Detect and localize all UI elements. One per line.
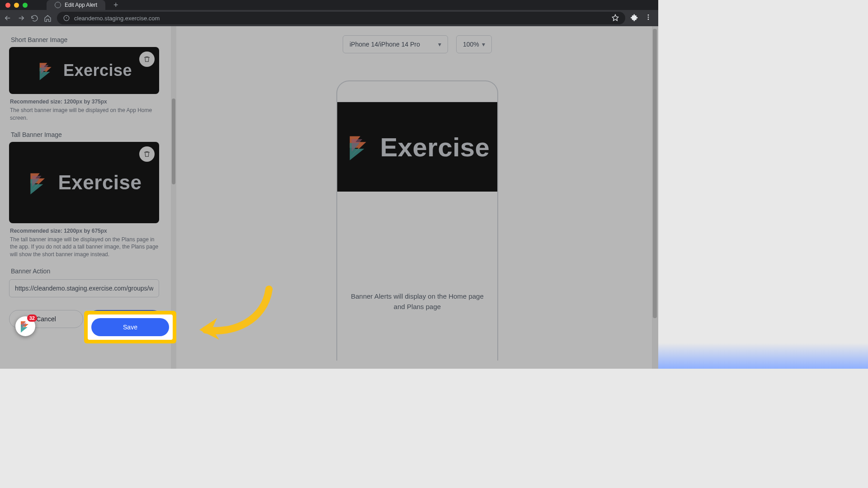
scrollbar-thumb[interactable] (653, 29, 657, 318)
badge-count: 32 (27, 314, 37, 322)
device-select-value: iPhone 14/iPhone 14 Pro (349, 41, 420, 48)
trash-icon (143, 150, 151, 158)
preview-scrollbar[interactable] (652, 26, 658, 369)
minimize-window-icon[interactable] (14, 3, 19, 8)
short-banner-preview[interactable]: Exercise (9, 47, 159, 94)
browser-chrome: Edit App Alert + cleandemo.staging.exerc… (0, 0, 658, 26)
device-placeholder-text: Banner Alerts will display on the Home p… (337, 192, 497, 312)
sidebar-scrollbar[interactable] (171, 26, 176, 369)
short-banner-rec: Recommended size: 1200px by 375px (10, 99, 161, 105)
chevron-down-icon: ▾ (482, 41, 485, 48)
menu-icon[interactable] (645, 14, 652, 23)
back-icon[interactable] (4, 14, 12, 22)
home-icon[interactable] (44, 14, 52, 22)
maximize-window-icon[interactable] (23, 3, 28, 8)
address-bar[interactable]: cleandemo.staging.exercise.com (57, 12, 625, 24)
short-banner-desc: The short banner image will be displayed… (10, 107, 161, 122)
tab-title: Edit App Alert (65, 2, 97, 8)
zoom-value: 100% (463, 41, 479, 48)
short-banner-label: Short Banner Image (11, 36, 160, 43)
scrollbar-thumb[interactable] (172, 99, 175, 184)
banner-action-label: Banner Action (11, 267, 160, 275)
tall-banner-label: Tall Banner Image (11, 131, 160, 138)
brand-logo-icon (345, 132, 374, 161)
url-text: cleandemo.staging.exercise.com (74, 15, 160, 22)
reload-icon[interactable] (31, 14, 38, 22)
brand-name: Exercise (380, 132, 490, 162)
device-statusbar (337, 84, 497, 102)
zoom-select[interactable]: 100% ▾ (456, 35, 492, 53)
page-content: Short Banner Image Exercise Recommended … (0, 26, 658, 369)
tall-banner-rec: Recommended size: 1200px by 675px (10, 228, 161, 234)
svg-point-1 (648, 14, 649, 16)
site-info-icon (63, 15, 70, 21)
trash-icon (143, 56, 151, 63)
preview-pane: iPhone 14/iPhone 14 Pro ▾ 100% ▾ Exercis… (176, 26, 658, 369)
new-tab-button[interactable]: + (113, 0, 118, 10)
device-frame: Exercise Banner Alerts will display on t… (336, 80, 498, 361)
device-banner: Exercise (337, 102, 497, 192)
tab-strip: Edit App Alert + (0, 0, 658, 10)
delete-tall-banner-button[interactable] (139, 146, 155, 162)
close-window-icon[interactable] (5, 3, 10, 8)
brand-logo-icon (36, 60, 57, 81)
brand-logo-icon (26, 170, 52, 195)
svg-point-2 (648, 16, 649, 18)
banner-action-input[interactable] (9, 279, 159, 297)
toolbar: cleandemo.staging.exercise.com (0, 10, 658, 26)
tall-banner-preview[interactable]: Exercise (9, 142, 159, 223)
extensions-icon[interactable] (631, 14, 638, 23)
device-select[interactable]: iPhone 14/iPhone 14 Pro ▾ (343, 35, 448, 53)
save-button[interactable]: Save (89, 310, 162, 328)
delete-short-banner-button[interactable] (139, 52, 155, 67)
forward-icon[interactable] (17, 14, 25, 22)
chevron-down-icon: ▾ (438, 41, 441, 48)
bookmark-star-icon[interactable] (612, 14, 619, 23)
brand-name: Exercise (63, 61, 132, 80)
svg-point-3 (648, 19, 649, 20)
window-controls (0, 3, 33, 8)
brand-name: Exercise (58, 171, 142, 194)
browser-tab[interactable]: Edit App Alert (47, 0, 105, 10)
chat-widget[interactable]: 32 (15, 316, 35, 336)
globe-icon (55, 2, 61, 8)
tall-banner-desc: The tall banner image will be displayed … (10, 236, 161, 258)
